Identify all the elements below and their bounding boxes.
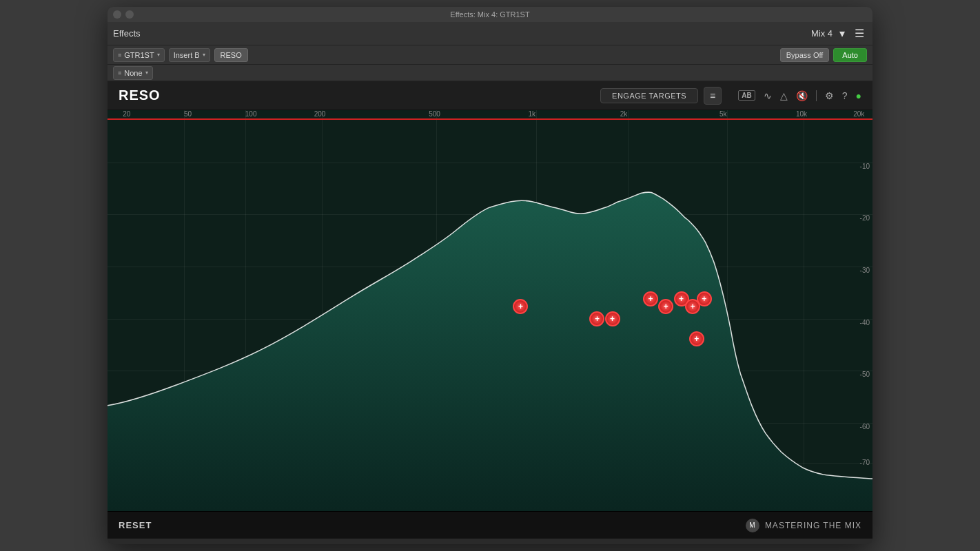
track-select[interactable]: ≡ GTR1ST ▾ [113, 48, 165, 62]
waveform-icon[interactable]: ∿ [764, 90, 772, 101]
triangle-icon[interactable]: △ [780, 90, 788, 101]
target-dot-9[interactable]: + [689, 331, 704, 346]
bypass-button[interactable]: Bypass Off [780, 48, 830, 62]
target-dot-3[interactable]: + [605, 311, 620, 326]
main-toolbar: Effects Mix 4 ▾ ☰ [108, 22, 872, 45]
brand-area: M MASTERING THE MIX [746, 519, 861, 532]
window-controls [113, 10, 134, 19]
hamburger-icon[interactable]: ☰ [852, 25, 867, 41]
effects-label: Effects [113, 28, 141, 39]
help-icon[interactable]: ? [842, 90, 848, 101]
reset-button[interactable]: RESET [119, 520, 152, 530]
header-controls: ENGAGE TARGETS ≡ AB ∿ △ 🔇 ⚙ ? [600, 87, 861, 105]
compare-select[interactable]: ≡ None ▾ [113, 66, 153, 80]
brand-icon: M [746, 519, 759, 532]
plugin-area: RESO ENGAGE TARGETS ≡ AB ∿ △ 🔇 ⚙ [108, 81, 872, 539]
speaker-mute-icon[interactable]: 🔇 [796, 90, 808, 101]
spectrum-svg [108, 110, 872, 511]
close-btn[interactable] [113, 10, 121, 19]
preset-box[interactable]: RESO [214, 48, 248, 62]
window-title: Effects: Mix 4: GTR1ST [450, 10, 529, 19]
insert-select[interactable]: Insert B ▾ [169, 48, 210, 62]
toolbar-right: Mix 4 ▾ ☰ [811, 25, 867, 41]
target-dot-4[interactable]: + [643, 291, 658, 306]
compare-toolbar: ≡ None ▾ [108, 65, 872, 81]
header-icons: AB ∿ △ 🔇 ⚙ ? ● [738, 90, 861, 101]
title-bar: Effects: Mix 4: GTR1ST [108, 7, 872, 22]
plugin-title: RESO [119, 87, 161, 103]
target-dot-8[interactable]: + [697, 291, 712, 306]
engage-targets-button[interactable]: ENGAGE TARGETS [600, 88, 698, 103]
separator [816, 90, 817, 101]
menu-button[interactable]: ≡ [704, 87, 722, 105]
mix-dropdown-icon[interactable]: ▾ [837, 25, 848, 41]
plugin-footer: RESET M MASTERING THE MIX [108, 511, 872, 539]
target-dot-5[interactable]: + [658, 299, 673, 314]
minimize-btn[interactable] [125, 10, 134, 19]
red-threshold-line [108, 118, 872, 120]
status-icon[interactable]: ● [856, 90, 861, 101]
ab-icon[interactable]: AB [738, 90, 755, 101]
gear-icon[interactable]: ⚙ [825, 90, 834, 101]
plugin-header: RESO ENGAGE TARGETS ≡ AB ∿ △ 🔇 ⚙ [108, 81, 872, 110]
spectrum-chart: -10 -20 -30 -40 -50 -60 -70 -80 -90 20 5… [108, 110, 872, 511]
auto-button[interactable]: Auto [833, 48, 867, 62]
mix-label: Mix 4 [811, 28, 833, 39]
target-dot-1[interactable]: + [513, 299, 528, 314]
brand-label: MASTERING THE MIX [765, 521, 861, 530]
target-dot-2[interactable]: + [589, 311, 604, 326]
plugin-toolbar: ≡ GTR1ST ▾ Insert B ▾ RESO Bypass Off Au… [108, 45, 872, 65]
